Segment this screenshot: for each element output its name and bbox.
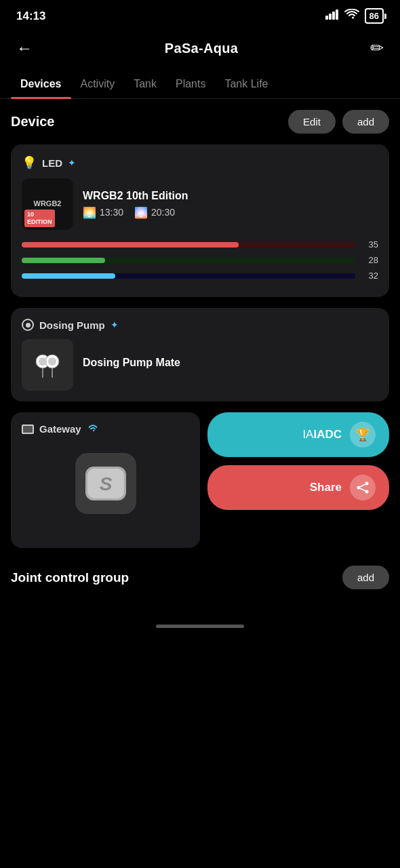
tab-devices[interactable]: Devices [11,71,71,98]
led-card-header: 💡 LED ✦ [22,155,378,170]
header: ← PaSa-Aqua ✏ [0,29,400,71]
green-slider-row: 28 [22,255,378,265]
status-bar: 14:13 86 [0,0,400,29]
svg-point-15 [365,490,369,494]
joint-control-section: Joint control group add [11,559,389,596]
red-slider-row: 35 [22,239,378,250]
red-value: 35 [362,239,378,250]
gateway-card-header: Gateway [22,423,189,435]
led-device-info: WRGB2 10th Edition 🌅 13:30 🌅 20:30 [83,190,378,219]
pump-thumbnail[interactable] [22,339,73,391]
dosing-pump-card: Dosing Pump ✦ Dosing Pump Mate [11,308,389,401]
gateway-device-svg: S [82,460,129,507]
led-device-name: WRGB2 10th Edition [83,190,378,202]
tab-tanklife[interactable]: Tank Life [215,71,277,98]
pump-device-name: Dosing Pump Mate [83,357,378,369]
add-device-button[interactable]: add [342,110,389,134]
green-fill [22,258,105,263]
wifi-icon [344,9,359,23]
blue-slider-row: 32 [22,271,378,281]
svg-line-16 [360,484,365,487]
svg-point-13 [365,482,369,486]
section-header: Device Edit add [11,110,389,134]
pump-info: Dosing Pump Mate [83,357,378,373]
red-track [22,242,355,248]
share-label: Share [310,481,342,494]
blue-value: 32 [362,271,378,281]
sunset-time: 🌅 20:30 [134,206,175,219]
back-button[interactable]: ← [14,36,35,60]
led-label: LED [42,157,62,169]
bluetooth-icon: ✦ [68,157,76,168]
pump-svg [31,348,64,382]
svg-rect-0 [325,16,328,20]
green-value: 28 [362,255,378,265]
signal-icon [325,9,339,23]
led-device-body: WRGB2 10EDITION WRGB2 10th Edition 🌅 13:… [22,178,378,230]
page-title: PaSa-Aqua [165,41,238,56]
joint-add-button[interactable]: add [342,566,389,589]
sunrise-icon: 🌅 [83,206,96,219]
gateway-device-image: S [75,453,136,514]
svg-line-17 [360,488,365,491]
svg-rect-2 [332,12,335,20]
trophy-icon: 🏆 [350,422,376,448]
gateway-card: Gateway S [11,412,200,548]
home-bar [156,625,244,628]
svg-rect-1 [329,14,332,20]
floating-buttons: IAIADC 🏆 Share [207,412,389,510]
svg-text:S: S [99,473,112,494]
edit-icon-button[interactable]: ✏ [367,36,386,60]
led-device-card: 💡 LED ✦ WRGB2 10EDITION WRGB2 10th Editi… [11,144,389,297]
sunrise-time: 🌅 13:30 [83,206,123,219]
pump-card-header: Dosing Pump ✦ [22,319,378,331]
tab-plants[interactable]: Plants [166,71,215,98]
sunset-icon: 🌅 [134,206,148,219]
iadc-button[interactable]: IAIADC 🏆 [207,412,389,457]
share-button[interactable]: Share [207,465,389,510]
section-buttons: Edit add [288,110,389,134]
pump-circle-icon [22,319,34,331]
time-display: 14:13 [16,9,45,23]
blue-fill [22,273,115,279]
svg-point-6 [39,357,47,366]
green-track [22,258,355,263]
tab-bar: Devices Activity Tank Plants Tank Life [0,71,400,99]
led-schedule: 🌅 13:30 🌅 20:30 [83,206,378,219]
rgb-sliders: 35 28 32 [22,239,378,281]
led-thumbnail[interactable]: WRGB2 10EDITION [22,178,73,230]
gateway-wifi-icon [87,423,99,435]
gateway-row: Gateway S [11,412,389,548]
pump-label: Dosing Pump [39,319,105,331]
svg-rect-3 [336,9,338,20]
svg-point-7 [48,357,56,366]
red-fill [22,242,239,248]
joint-control-title: Joint control group [11,570,129,585]
tab-activity[interactable]: Activity [71,71,125,98]
pump-device-body: Dosing Pump Mate [22,339,378,391]
gateway-icon [22,425,34,434]
home-indicator [0,616,400,633]
share-icon [350,475,376,500]
blue-track [22,273,355,279]
pump-bluetooth-icon: ✦ [111,319,119,330]
status-icons: 86 [325,8,384,24]
gateway-body[interactable]: S [22,443,189,524]
battery-indicator: 86 [365,8,384,24]
gateway-label: Gateway [39,423,81,435]
bulb-icon: 💡 [22,155,37,170]
content-area: Device Edit add 💡 LED ✦ WRGB2 10EDITION … [0,99,400,616]
svg-point-14 [357,486,361,490]
iadc-label: IAIADC [302,428,342,441]
tab-tank[interactable]: Tank [124,71,166,98]
wrgb-badge: 10EDITION [24,210,55,227]
edit-button[interactable]: Edit [288,110,336,134]
section-title: Device [11,114,55,130]
